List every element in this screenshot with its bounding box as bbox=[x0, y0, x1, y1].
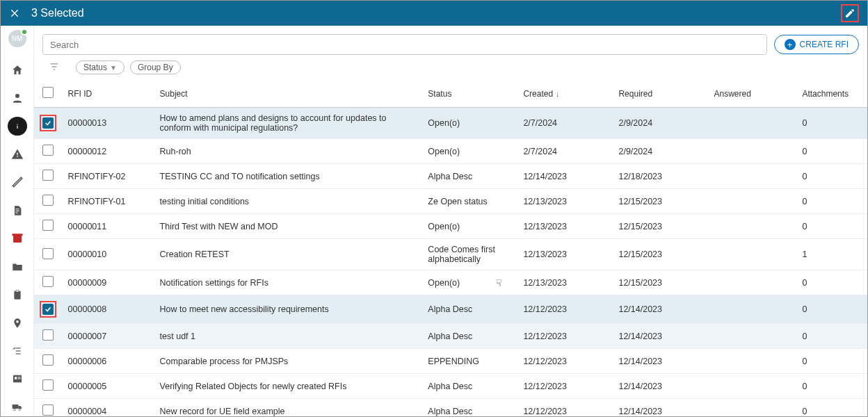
svg-rect-7 bbox=[15, 211, 19, 211]
col-attachments[interactable]: Attachments bbox=[796, 80, 867, 108]
create-rfi-button[interactable]: +CREATE RFI bbox=[774, 35, 859, 54]
svg-point-21 bbox=[13, 409, 15, 411]
rfi-attachments: 0 bbox=[796, 108, 867, 139]
edit-selected-button[interactable] bbox=[841, 4, 859, 22]
table-row[interactable]: RFINOTIFY-02TESTING CC and TO notificati… bbox=[34, 164, 867, 189]
svg-rect-8 bbox=[15, 213, 17, 213]
svg-rect-6 bbox=[15, 208, 19, 209]
rfi-status: Open(o) bbox=[422, 108, 517, 139]
row-checkbox[interactable] bbox=[42, 379, 54, 391]
row-checkbox[interactable] bbox=[42, 170, 54, 181]
rfi-status: EPPENDING bbox=[422, 349, 517, 374]
rfi-created: 12/14/2023 bbox=[517, 164, 613, 189]
row-checkbox[interactable] bbox=[42, 329, 54, 341]
rfi-created: 12/13/2023 bbox=[517, 189, 613, 214]
row-checkbox[interactable] bbox=[42, 195, 54, 206]
rfi-status: Open(o) bbox=[422, 270, 517, 295]
status-filter-chip[interactable]: Status▼ bbox=[76, 60, 124, 74]
table-row[interactable]: 00000013How to amend plans and designs t… bbox=[34, 108, 867, 139]
table-row[interactable]: 00000005Verifying Related Objects for ne… bbox=[34, 374, 867, 399]
svg-rect-17 bbox=[15, 377, 17, 379]
row-checkbox[interactable] bbox=[42, 220, 54, 231]
rfi-table: RFI ID Subject Status Created↓ Required … bbox=[34, 80, 867, 416]
table-row[interactable]: 00000004New record for UE field exampleA… bbox=[34, 399, 867, 417]
table-row[interactable]: RFINOTIFY-01testing initial conditionsZe… bbox=[34, 189, 867, 214]
avatar[interactable]: NM bbox=[8, 30, 26, 47]
rfi-status: Alpha Desc bbox=[422, 324, 517, 349]
rfi-created: 2/7/2024 bbox=[517, 108, 613, 139]
rfi-required: 12/15/2023 bbox=[613, 239, 708, 270]
svg-rect-10 bbox=[12, 234, 22, 236]
avatar-initials: NM bbox=[12, 35, 23, 42]
table-row[interactable]: 00000009Notification settings for RFIsOp… bbox=[34, 270, 867, 295]
nav-doc[interactable] bbox=[8, 202, 27, 220]
nav-info[interactable] bbox=[8, 117, 27, 135]
rfi-answered bbox=[709, 324, 797, 349]
table-row[interactable]: 00000010Creation RETESTCode Comes first … bbox=[34, 239, 867, 270]
left-nav: NM bbox=[1, 26, 34, 416]
nav-user[interactable] bbox=[8, 89, 27, 107]
col-status[interactable]: Status bbox=[422, 80, 517, 108]
rfi-subject: How to meet new accessibility requiremen… bbox=[154, 295, 423, 324]
rfi-subject: Third Test with NEW and MOD bbox=[154, 214, 423, 239]
col-required[interactable]: Required bbox=[613, 80, 708, 108]
table-row[interactable]: 00000008How to meet new accessibility re… bbox=[34, 295, 867, 324]
nav-alert[interactable] bbox=[8, 229, 27, 247]
rfi-attachments: 0 bbox=[796, 349, 867, 374]
rfi-attachments: 0 bbox=[796, 139, 867, 164]
row-checkbox[interactable] bbox=[42, 248, 54, 259]
selection-title: 3 Selected bbox=[31, 7, 84, 19]
nav-location[interactable] bbox=[8, 313, 27, 332]
close-button[interactable] bbox=[8, 6, 22, 20]
rfi-id: 00000005 bbox=[63, 374, 154, 399]
rfi-subject: testing initial conditions bbox=[154, 189, 423, 214]
col-subject[interactable]: Subject bbox=[154, 80, 423, 108]
nav-news[interactable] bbox=[8, 370, 27, 388]
rfi-status: Open(o) bbox=[422, 139, 517, 164]
nav-clipboard[interactable] bbox=[8, 286, 27, 304]
svg-rect-20 bbox=[12, 404, 18, 409]
filter-icon[interactable] bbox=[48, 62, 61, 74]
rfi-required: 2/9/2024 bbox=[613, 139, 708, 164]
select-all-checkbox[interactable] bbox=[42, 87, 54, 98]
nav-checklist[interactable] bbox=[8, 342, 27, 360]
nav-home[interactable] bbox=[8, 61, 27, 79]
row-checkbox[interactable] bbox=[42, 404, 54, 416]
row-checkbox[interactable] bbox=[42, 276, 54, 287]
nav-folder[interactable] bbox=[8, 257, 27, 275]
row-checkbox[interactable] bbox=[42, 354, 54, 366]
row-checkbox[interactable] bbox=[42, 117, 54, 129]
row-checkbox[interactable] bbox=[42, 304, 54, 315]
groupby-chip[interactable]: Group By bbox=[130, 60, 181, 74]
table-row[interactable]: 00000006Comparable process for PMJSPsEPP… bbox=[34, 349, 867, 374]
table-row[interactable]: 00000007test udf 1Alpha Desc12/12/202312… bbox=[34, 324, 867, 349]
rfi-status: Alpha Desc bbox=[422, 374, 517, 399]
col-id[interactable]: RFI ID bbox=[63, 80, 154, 108]
main-content: +CREATE RFI Status▼ Group By RFI ID Subj… bbox=[34, 26, 867, 416]
rfi-created: 12/13/2023 bbox=[517, 214, 613, 239]
rfi-answered bbox=[709, 214, 797, 239]
row-checkbox[interactable] bbox=[42, 145, 54, 156]
svg-rect-19 bbox=[17, 379, 20, 379]
rfi-status: Open(o) bbox=[422, 214, 517, 239]
nav-truck[interactable] bbox=[8, 398, 27, 416]
selection-topbar: 3 Selected bbox=[1, 1, 867, 26]
rfi-id: 00000010 bbox=[63, 239, 154, 270]
rfi-id: 00000007 bbox=[63, 324, 154, 349]
rfi-subject: Creation RETEST bbox=[154, 239, 423, 270]
table-row[interactable]: 00000012Ruh-rohOpen(o)2/7/20242/9/20240 bbox=[34, 139, 867, 164]
rfi-id: RFINOTIFY-01 bbox=[63, 189, 154, 214]
table-row[interactable]: 00000011Third Test with NEW and MODOpen(… bbox=[34, 214, 867, 239]
rfi-required: 12/18/2023 bbox=[613, 164, 708, 189]
col-answered[interactable]: Answered bbox=[709, 80, 797, 108]
rfi-answered bbox=[709, 374, 797, 399]
search-input[interactable] bbox=[42, 34, 767, 55]
rfi-status: Alpha Desc bbox=[422, 164, 517, 189]
rfi-answered bbox=[709, 270, 797, 295]
col-created[interactable]: Created↓ bbox=[517, 80, 613, 108]
rfi-created: 12/12/2023 bbox=[517, 295, 613, 324]
nav-warning[interactable] bbox=[8, 145, 27, 163]
nav-ruler[interactable] bbox=[8, 173, 27, 191]
svg-rect-18 bbox=[17, 377, 20, 378]
rfi-created: 2/7/2024 bbox=[517, 139, 613, 164]
